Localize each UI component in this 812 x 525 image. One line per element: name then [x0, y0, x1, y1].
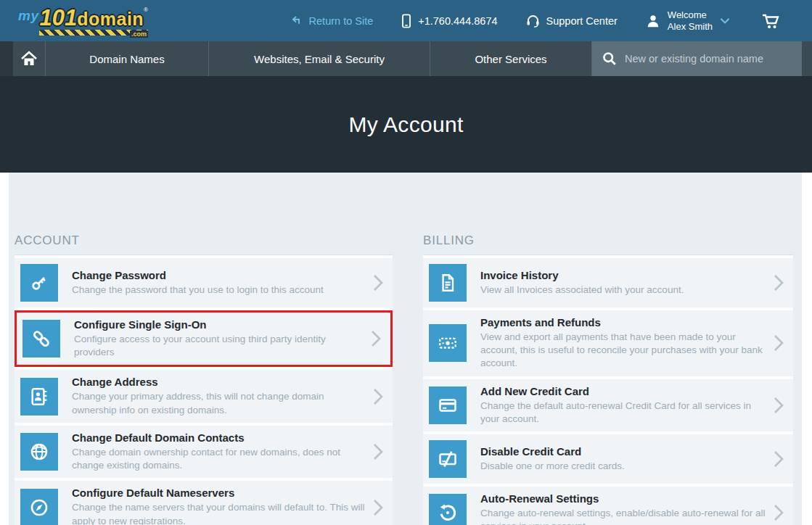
card-title: Payments and Refunds	[480, 316, 766, 328]
logo[interactable]: my 101domain® .com	[18, 7, 160, 36]
return-arrow-icon	[291, 15, 303, 27]
account-list: Change Password Change the password that…	[15, 255, 393, 525]
home-button[interactable]	[13, 41, 45, 76]
phone-link[interactable]: +1.760.444.8674	[401, 14, 497, 28]
return-to-site-link[interactable]: Return to Site	[291, 15, 374, 27]
billing-list: Invoice History View all Invoices associ…	[423, 255, 793, 525]
card-title: Disable Credit Card	[480, 445, 766, 458]
logo-tld-text: .com	[130, 30, 148, 38]
globe-icon	[20, 433, 58, 471]
chevron-right-icon	[370, 329, 382, 348]
card-description: Disable one or more credit cards.	[480, 460, 766, 473]
headset-icon	[525, 13, 541, 28]
hero-banner: My Account	[0, 76, 812, 173]
card-title: Configure Default Nameservers	[72, 487, 365, 499]
logo-domain-text: domain	[77, 9, 144, 29]
domain-search	[591, 41, 802, 76]
card-title: Change Default Domain Contacts	[72, 431, 365, 444]
chevron-right-icon	[773, 334, 784, 352]
chevron-right-icon	[372, 498, 384, 517]
nav-left-edge	[0, 41, 13, 76]
logo-101-text: 101	[39, 5, 77, 30]
nav-right-edge	[802, 41, 812, 76]
invoice-icon	[429, 264, 467, 302]
card-title: Change Password	[72, 269, 365, 281]
nav-item-other-services[interactable]: Other Services	[430, 41, 591, 76]
logo-my-text: my	[18, 8, 38, 24]
card-title: Add New Credit Card	[480, 385, 766, 397]
card-title: Invoice History	[480, 269, 766, 281]
card-description: Change the name servers that your domain…	[72, 501, 365, 525]
content-panel: ACCOUNT Change Password Change the passw…	[9, 173, 802, 525]
card-title: Configure Single Sign-On	[74, 318, 363, 331]
card-title: Auto-Renewal Settings	[480, 492, 766, 505]
topbar: my 101domain® .com Return to Site +1.760…	[0, 0, 812, 41]
domain-search-input[interactable]	[625, 53, 792, 65]
home-icon	[20, 51, 38, 67]
menu-item-auto-renewal-settings[interactable]: Auto-Renewal Settings Change auto-renewa…	[423, 487, 793, 525]
card-description: Change the password that you use to logi…	[72, 284, 365, 297]
link-icon	[22, 320, 60, 357]
chevron-right-icon	[372, 387, 384, 406]
menu-item-change-address[interactable]: Change Address Change your primary addre…	[15, 370, 393, 422]
page-title: My Account	[348, 112, 463, 137]
chevron-right-icon	[773, 273, 784, 292]
auto-renewal-icon	[429, 494, 467, 525]
card-description: View and export all payments that have b…	[480, 331, 766, 371]
billing-section: BILLING Invoice History View all Invoice…	[423, 233, 793, 525]
banknote-icon	[429, 324, 467, 362]
card-description: Change your primary address, this will n…	[72, 390, 365, 416]
chevron-right-icon	[773, 503, 784, 522]
support-center-link[interactable]: Support Center	[525, 13, 618, 28]
chevron-right-icon	[773, 396, 784, 415]
nav-item-websites-email-security[interactable]: Websites, Email & Security	[208, 41, 430, 76]
compass-icon	[20, 489, 58, 525]
card-description: Change the default auto-renewal Credit C…	[480, 400, 766, 426]
menu-item-change-default-domain-contacts[interactable]: Change Default Domain Contacts Change do…	[15, 426, 393, 478]
chevron-right-icon	[773, 450, 784, 468]
cart-button[interactable]	[761, 12, 782, 30]
menu-item-payments-and-refunds[interactable]: Payments and Refunds View and export all…	[423, 310, 793, 376]
address-book-icon	[20, 378, 58, 416]
chevron-right-icon	[372, 442, 384, 461]
menu-item-invoice-history[interactable]: Invoice History View all Invoices associ…	[423, 258, 793, 307]
welcome-label: Welcome	[668, 9, 713, 21]
menu-item-add-new-credit-card[interactable]: Add New Credit Card Change the default a…	[423, 379, 793, 431]
card-description: Configure access to your account using t…	[74, 333, 363, 359]
chevron-right-icon	[372, 273, 384, 292]
logo-stripe: .com	[39, 30, 148, 36]
card-description: Change domain ownership contact for new …	[72, 446, 365, 472]
menu-item-configure-default-nameservers[interactable]: Configure Default Nameservers Change the…	[15, 481, 393, 525]
logo-registered-mark: ®	[144, 7, 148, 13]
cart-icon	[761, 12, 782, 30]
phone-icon	[401, 14, 412, 28]
account-menu[interactable]: Welcome Alex Smith	[645, 9, 731, 32]
user-name: Alex Smith	[668, 21, 713, 33]
menu-item-change-password[interactable]: Change Password Change the password that…	[15, 258, 393, 307]
section-heading-account: ACCOUNT	[15, 233, 393, 248]
menu-item-configure-single-sign-on[interactable]: Configure Single Sign-On Configure acces…	[15, 310, 393, 367]
account-section: ACCOUNT Change Password Change the passw…	[15, 233, 393, 525]
nav-item-domain-names[interactable]: Domain Names	[45, 41, 208, 76]
key-icon	[20, 264, 58, 302]
user-icon	[645, 13, 661, 29]
search-icon	[602, 51, 618, 67]
chevron-down-icon	[719, 17, 731, 25]
credit-card-icon	[429, 386, 467, 424]
card-title: Change Address	[72, 376, 365, 388]
menu-item-disable-credit-card[interactable]: Disable Credit Card Disable one or more …	[423, 434, 793, 484]
card-description: View all Invoices associated with your a…	[480, 284, 766, 297]
topbar-links: Return to Site +1.760.444.8674 Support C…	[291, 9, 782, 32]
section-heading-billing: BILLING	[423, 233, 793, 248]
main-nav: Domain Names Websites, Email & Security …	[0, 41, 812, 76]
card-description: Change auto-renewal settings, enable/dis…	[480, 507, 766, 525]
credit-card-disabled-icon	[429, 440, 467, 478]
